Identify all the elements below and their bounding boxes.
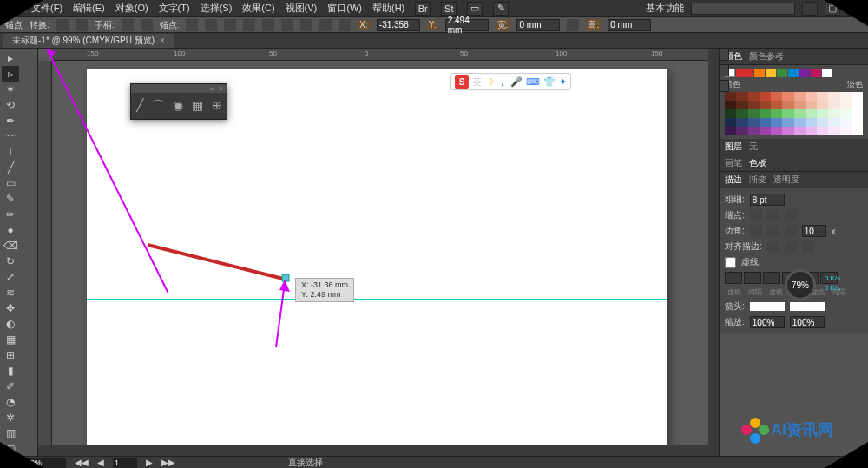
artboard-nav-prev[interactable]: ◀◀ [75,458,89,467]
sogou-icon[interactable]: S [455,75,469,89]
join-round-icon[interactable] [767,225,779,237]
stroke-weight-input[interactable]: 8 pt [750,194,785,206]
canvas[interactable]: 150 100 50 0 50 100 150 X: -31.36 mm Y: … [38,49,719,456]
br-icon[interactable]: Br [415,2,431,16]
y-value[interactable]: 2.494 mm [445,19,489,31]
tool-brush[interactable]: ✎ [2,191,19,207]
h-value[interactable]: 0 mm [608,19,651,31]
tool-rectangle[interactable]: ▭ [2,175,19,191]
tool-perspective[interactable]: ▦ [2,332,19,347]
align-outside-icon[interactable] [802,241,814,253]
collapsed-panel-dock[interactable] [719,49,729,92]
menu-object[interactable]: 对象(O) [115,2,148,15]
arrange-icon[interactable]: ▭ [467,2,483,16]
segment-grid-icon[interactable]: ▦ [192,98,203,114]
tool-magic-wand[interactable]: ✶ [2,82,19,97]
connect-anchor-icon[interactable] [224,19,236,31]
tool-pencil[interactable]: ✏ [2,207,19,222]
tool-scale[interactable]: ⤢ [2,269,19,285]
align-icon-1[interactable] [243,19,255,31]
ime-punct-icon[interactable]: ， [497,76,507,89]
ime-moon-icon[interactable]: ☽ [485,76,494,88]
transparency-tab[interactable]: 透明度 [773,174,799,186]
tool-blob-brush[interactable]: ● [2,222,19,238]
align-inside-icon[interactable] [785,241,797,253]
artboard[interactable]: X: -31.36 mm Y: 2.49 mm [87,69,667,452]
artboard-nav-fwd[interactable]: ▶ [146,458,153,467]
x-value[interactable]: -31.358 [377,19,420,31]
layers-panel-header[interactable]: 图层 无 [720,139,868,155]
align-icon-2[interactable] [262,19,274,31]
tool-pen[interactable]: ✒ [2,113,19,129]
ime-mic-icon[interactable]: 🎤 [510,76,523,88]
artboard-nav-back[interactable]: ◀ [97,458,104,467]
align-icon-4[interactable] [300,19,312,31]
link-wh-icon[interactable] [567,19,579,31]
tool-mesh[interactable]: ⊞ [2,347,19,363]
remove-anchor-icon[interactable] [186,19,198,31]
arrow-scale-end[interactable]: 100% [790,316,825,328]
arrow-scale-start[interactable]: 100% [750,316,785,328]
menu-effect[interactable]: 效果(C) [242,2,274,15]
artboard-nav-next[interactable]: ▶▶ [161,458,175,467]
segment-polar-icon[interactable]: ⊕ [212,98,222,114]
tool-shape-builder[interactable]: ◐ [2,316,19,332]
ime-keyboard-icon[interactable]: ⌨ [526,76,540,88]
tool-symbol-sprayer[interactable]: ✲ [2,410,19,425]
color-guide-tab[interactable]: 颜色参考 [749,50,784,63]
gap-1[interactable] [744,272,761,284]
dashed-checkbox[interactable] [725,257,736,268]
tool-eyedropper[interactable]: ✐ [2,379,19,394]
panel-collapse-icon[interactable]: « [209,85,213,93]
segment-arc-icon[interactable]: ⌒ [152,98,164,114]
tool-selection[interactable]: ▸ [2,50,19,66]
tool-lasso[interactable]: ⟲ [2,97,19,113]
miter-limit-input[interactable]: 10 [802,225,826,237]
stroke-panel-header[interactable]: 描边 渐变 透明度 [720,172,868,188]
stroke-tab[interactable]: 描边 [725,174,742,186]
ime-lang[interactable]: 英 [472,76,482,89]
swatches-panel-header[interactable]: 画笔 色板 [720,155,868,172]
align-icon-3[interactable] [281,19,293,31]
menu-edit[interactable]: 编辑(E) [73,2,105,15]
menu-help[interactable]: 帮助(H) [372,2,404,15]
tool-blend[interactable]: ◔ [2,394,19,410]
dash-2[interactable] [763,272,780,284]
tool-gradient[interactable]: ▮ [2,363,19,379]
join-miter-icon[interactable] [750,225,762,237]
cap-round-icon[interactable] [767,209,779,221]
system-meter-overlay[interactable]: 79% [785,269,816,300]
handle-hide-icon[interactable] [141,19,153,31]
color-guide-grid[interactable] [725,92,863,135]
tool-direct-selection[interactable]: ▹ [2,66,19,82]
tool-width[interactable]: ≋ [2,285,19,300]
swatches-tab[interactable]: 色板 [749,157,766,169]
convert-corner-icon[interactable] [56,19,69,31]
tool-type[interactable]: T [2,144,19,160]
dock-icon-3[interactable] [719,80,729,92]
ime-settings-icon[interactable]: ✦ [559,76,567,88]
arrow-start-select[interactable] [750,302,785,311]
tool-eraser[interactable]: ⌫ [2,238,19,254]
tool-graph[interactable]: ▥ [2,425,19,441]
dock-icon-1[interactable] [719,49,729,61]
panel-close-icon[interactable]: × [219,84,223,93]
segment-spiral-icon[interactable]: ◉ [173,98,183,114]
reference-point-icon[interactable] [339,19,351,31]
menu-select[interactable]: 选择(S) [201,2,233,15]
tool-line[interactable]: ╱ [2,160,19,175]
dash-1[interactable] [725,272,742,284]
color-panel-header[interactable]: 颜色 颜色参考 [720,49,868,65]
dock-icon-2[interactable] [719,64,729,76]
tab-close-icon[interactable]: × [160,36,165,45]
rocket-icon[interactable]: ✎ [493,2,509,16]
handle-show-icon[interactable] [122,19,134,31]
search-input[interactable] [691,3,795,15]
document-tab[interactable]: 未标题-1* @ 99% (CMYK/GPU 预览) × [3,34,174,48]
guide-vertical[interactable] [358,69,358,452]
tool-rotate[interactable]: ↻ [2,254,19,269]
ime-toolbar[interactable]: S 英 ☽ ， 🎤 ⌨ 👕 ✦ [450,73,571,90]
gradient-tab[interactable]: 渐变 [749,174,766,186]
tool-curvature[interactable]: 〰 [2,129,19,144]
tool-free-transform[interactable]: ✥ [2,300,19,316]
